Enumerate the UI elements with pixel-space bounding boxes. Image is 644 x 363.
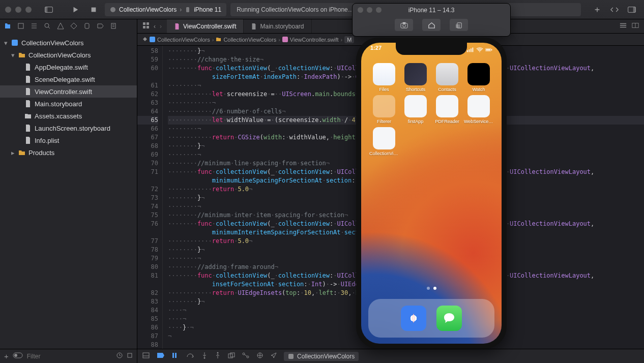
svg-rect-40 <box>469 49 470 52</box>
simulator-window[interactable]: iPhone 11 – 14.3 <box>352 3 511 37</box>
app-filterer[interactable]: Filterer <box>369 95 399 124</box>
rotate-button[interactable] <box>450 19 468 31</box>
recent-filter-icon[interactable] <box>116 352 123 360</box>
continue-button[interactable] <box>172 352 179 360</box>
stop-button[interactable] <box>86 4 101 15</box>
find-navigator-tab[interactable] <box>44 22 51 31</box>
app-icon <box>373 63 395 85</box>
scheme-selector[interactable]: CollectionViewColors › iPhone 11 <box>105 3 226 16</box>
symbol-navigator-tab[interactable] <box>31 22 38 31</box>
breadcrumb-project: CollectionViewColors <box>150 37 210 43</box>
sidebar-toggle-button[interactable] <box>42 4 56 15</box>
svg-point-27 <box>217 352 219 354</box>
svg-rect-9 <box>85 23 89 28</box>
app-watch[interactable]: Watch <box>464 63 493 92</box>
app-pdfreader[interactable]: PDFReader <box>432 95 462 124</box>
page-dot-current <box>433 287 436 290</box>
file-mainstoryboard[interactable]: Main.storyboard <box>0 98 137 110</box>
close-window-button[interactable] <box>5 7 11 13</box>
hide-debug-area-button[interactable] <box>142 352 150 360</box>
svg-point-43 <box>479 51 480 52</box>
run-button[interactable] <box>68 4 82 15</box>
debug-navigator-tab[interactable] <box>83 22 91 31</box>
app-shortcuts[interactable]: Shortcuts <box>401 63 430 92</box>
file-scenedelegate[interactable]: SceneDelegate.swift <box>0 73 137 85</box>
project-group[interactable]: ▾ CollectionViewColors <box>0 49 137 61</box>
file-label: SceneDelegate.swift <box>35 76 95 83</box>
tab-mainstoryboard[interactable]: Main.storyboard <box>244 19 311 33</box>
debug-view-hierarchy-button[interactable] <box>228 352 235 360</box>
breadcrumb-symbol-chip[interactable]: M <box>344 36 354 43</box>
navigator-selector-bar <box>0 19 137 34</box>
nav-back-button[interactable]: ‹ <box>154 23 156 30</box>
app-label: CollectionView… <box>369 151 399 156</box>
inspector-toggle-button[interactable] <box>625 4 639 15</box>
file-assets[interactable]: Assets.xcassets <box>0 110 137 122</box>
tab-viewcontroller[interactable]: ViewController.swift <box>167 19 244 33</box>
project-navigator-tab[interactable] <box>4 22 11 31</box>
dock-app-messages[interactable] <box>436 306 462 331</box>
report-navigator-tab[interactable] <box>110 22 117 31</box>
sim-minimize-button[interactable] <box>367 7 372 13</box>
issue-navigator-tab[interactable] <box>57 22 64 31</box>
file-appdelegate[interactable]: AppDelegate.swift <box>0 61 137 73</box>
disclosure-triangle-icon[interactable]: ▾ <box>10 51 15 59</box>
app-icon <box>436 95 458 117</box>
products-group[interactable]: ▸ Products <box>0 146 137 159</box>
code-review-button[interactable] <box>607 4 622 15</box>
home-screen-dock <box>368 299 494 338</box>
disclosure-triangle-icon[interactable]: ▾ <box>3 39 8 47</box>
step-over-button[interactable] <box>186 352 194 360</box>
simulate-location-button[interactable] <box>271 352 277 360</box>
debug-process-selector[interactable]: CollectionViewColors <box>284 352 359 361</box>
scm-status-filter-icon[interactable] <box>127 352 133 360</box>
sim-close-button[interactable] <box>358 7 363 13</box>
svg-point-35 <box>402 24 405 27</box>
app-icon <box>467 95 490 117</box>
add-button[interactable]: + <box>4 352 9 360</box>
app-firstapp[interactable]: firstApp <box>401 95 430 124</box>
zoom-window-button[interactable] <box>25 7 32 13</box>
file-viewcontroller[interactable]: ViewController.swift <box>0 85 137 98</box>
group-label: CollectionViewColors <box>28 51 91 59</box>
breakpoint-navigator-tab[interactable] <box>97 22 104 31</box>
library-add-button[interactable] <box>590 4 604 15</box>
test-navigator-tab[interactable] <box>70 22 77 31</box>
source-control-navigator-tab[interactable] <box>17 22 24 31</box>
navigator-filter-input[interactable] <box>27 353 112 360</box>
breakpoints-toggle-button[interactable] <box>157 352 165 360</box>
step-out-button[interactable] <box>215 352 221 360</box>
app-files[interactable]: Files <box>369 63 399 92</box>
adjust-editor-button[interactable] <box>632 22 639 31</box>
editor-options-button[interactable] <box>620 22 627 31</box>
project-root[interactable]: ▾ CollectionViewColors <box>0 37 137 49</box>
app-webserviceios[interactable]: WebServiceIOS <box>464 95 493 124</box>
window-traffic-lights <box>5 7 32 13</box>
minimize-window-button[interactable] <box>15 7 21 13</box>
file-launchscreenstoryboard[interactable]: LaunchScreen.storyboard <box>0 122 137 134</box>
svg-rect-24 <box>172 353 174 358</box>
app-contacts[interactable]: Contacts <box>432 63 462 92</box>
related-items-button[interactable] <box>142 22 150 31</box>
disclosure-triangle-icon[interactable]: ▸ <box>10 149 15 157</box>
file-label: Main.storyboard <box>35 100 82 108</box>
dock-app-safari[interactable] <box>401 306 426 331</box>
nav-forward-button[interactable]: › <box>160 23 162 30</box>
debug-memory-graph-button[interactable] <box>242 352 249 360</box>
device-icon <box>185 7 191 13</box>
app-collectionview[interactable]: CollectionView… <box>369 127 399 156</box>
chevron-right-icon: › <box>341 37 343 43</box>
battery-icon <box>485 47 492 52</box>
svg-rect-41 <box>471 48 472 52</box>
sim-zoom-button[interactable] <box>376 7 382 13</box>
home-button[interactable] <box>422 19 441 31</box>
step-into-button[interactable] <box>201 352 208 360</box>
screenshot-button[interactable] <box>395 19 413 31</box>
page-indicator[interactable] <box>361 287 502 290</box>
file-infoplist[interactable]: Info.plist <box>0 134 137 146</box>
environment-overrides-button[interactable] <box>256 352 264 360</box>
scm-filter-button[interactable] <box>13 352 23 360</box>
simulator-screen[interactable]: 1:27 FilesShortcutsContactsWatch Filtere… <box>361 43 502 344</box>
svg-rect-11 <box>143 22 145 25</box>
svg-rect-10 <box>111 23 115 28</box>
